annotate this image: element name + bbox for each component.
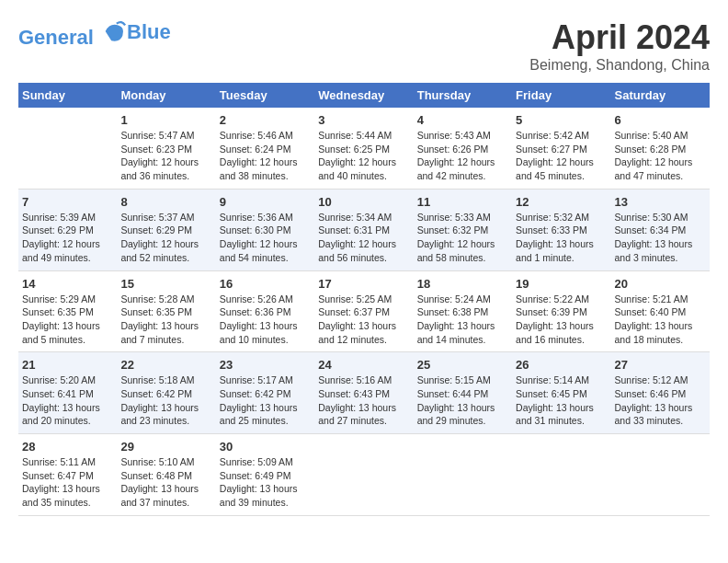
day-info: Sunrise: 5:25 AMSunset: 6:37 PMDaylight:… [318, 293, 409, 347]
calendar-cell: 25Sunrise: 5:15 AMSunset: 6:44 PMDayligh… [414, 352, 512, 434]
calendar-cell: 26Sunrise: 5:14 AMSunset: 6:45 PMDayligh… [512, 352, 610, 434]
day-number: 17 [318, 277, 409, 291]
day-number: 5 [516, 113, 607, 127]
calendar-cell [18, 108, 117, 189]
calendar-cell [611, 434, 710, 516]
day-number: 8 [120, 195, 211, 209]
day-info: Sunrise: 5:09 AMSunset: 6:49 PMDaylight:… [220, 455, 311, 510]
day-info: Sunrise: 5:29 AMSunset: 6:35 PMDaylight:… [22, 293, 113, 347]
calendar-cell: 17Sunrise: 5:25 AMSunset: 6:37 PMDayligh… [314, 270, 413, 352]
day-number: 3 [318, 113, 409, 127]
calendar-cell: 23Sunrise: 5:17 AMSunset: 6:42 PMDayligh… [216, 352, 314, 434]
calendar-cell: 14Sunrise: 5:29 AMSunset: 6:35 PMDayligh… [18, 270, 117, 352]
page-header: General Blue April 2024 Beimeng, Shandon… [18, 18, 710, 74]
calendar-cell: 9Sunrise: 5:36 AMSunset: 6:30 PMDaylight… [216, 189, 314, 270]
header-cell-saturday: Saturday [611, 83, 710, 108]
header-cell-monday: Monday [117, 83, 215, 108]
day-info: Sunrise: 5:43 AMSunset: 6:26 PMDaylight:… [417, 129, 508, 183]
calendar-cell: 12Sunrise: 5:32 AMSunset: 6:33 PMDayligh… [512, 189, 610, 270]
week-row-3: 14Sunrise: 5:29 AMSunset: 6:35 PMDayligh… [18, 270, 710, 352]
calendar-cell: 22Sunrise: 5:18 AMSunset: 6:42 PMDayligh… [117, 352, 215, 434]
calendar-cell: 21Sunrise: 5:20 AMSunset: 6:41 PMDayligh… [18, 352, 117, 434]
day-info: Sunrise: 5:15 AMSunset: 6:44 PMDaylight:… [417, 373, 508, 428]
calendar-cell: 1Sunrise: 5:47 AMSunset: 6:23 PMDaylight… [117, 108, 215, 189]
day-info: Sunrise: 5:34 AMSunset: 6:31 PMDaylight:… [318, 211, 409, 265]
week-row-1: 1Sunrise: 5:47 AMSunset: 6:23 PMDaylight… [18, 108, 710, 189]
day-info: Sunrise: 5:22 AMSunset: 6:39 PMDaylight:… [516, 293, 607, 347]
day-number: 12 [516, 195, 607, 209]
header-cell-sunday: Sunday [18, 83, 117, 108]
calendar-cell: 24Sunrise: 5:16 AMSunset: 6:43 PMDayligh… [314, 352, 413, 434]
day-info: Sunrise: 5:24 AMSunset: 6:38 PMDaylight:… [417, 293, 508, 347]
day-number: 1 [120, 113, 211, 127]
day-number: 6 [615, 113, 706, 127]
calendar-cell: 7Sunrise: 5:39 AMSunset: 6:29 PMDaylight… [18, 189, 117, 270]
day-info: Sunrise: 5:30 AMSunset: 6:34 PMDaylight:… [615, 211, 706, 265]
day-number: 21 [22, 358, 113, 372]
week-row-5: 28Sunrise: 5:11 AMSunset: 6:47 PMDayligh… [18, 434, 710, 516]
day-info: Sunrise: 5:46 AMSunset: 6:24 PMDaylight:… [220, 129, 311, 183]
day-number: 2 [220, 113, 311, 127]
header-cell-tuesday: Tuesday [216, 83, 314, 108]
day-info: Sunrise: 5:21 AMSunset: 6:40 PMDaylight:… [615, 293, 706, 347]
calendar-cell: 6Sunrise: 5:40 AMSunset: 6:28 PMDaylight… [611, 108, 710, 189]
header-row: SundayMondayTuesdayWednesdayThursdayFrid… [18, 83, 710, 108]
calendar-cell: 16Sunrise: 5:26 AMSunset: 6:36 PMDayligh… [216, 270, 314, 352]
day-number: 27 [615, 358, 706, 372]
calendar-table: SundayMondayTuesdayWednesdayThursdayFrid… [18, 83, 710, 516]
day-info: Sunrise: 5:20 AMSunset: 6:41 PMDaylight:… [22, 373, 113, 428]
day-number: 16 [220, 277, 311, 291]
calendar-cell: 10Sunrise: 5:34 AMSunset: 6:31 PMDayligh… [314, 189, 413, 270]
calendar-cell: 18Sunrise: 5:24 AMSunset: 6:38 PMDayligh… [414, 270, 512, 352]
calendar-cell: 2Sunrise: 5:46 AMSunset: 6:24 PMDaylight… [216, 108, 314, 189]
day-info: Sunrise: 5:18 AMSunset: 6:42 PMDaylight:… [120, 373, 211, 428]
calendar-body: 1Sunrise: 5:47 AMSunset: 6:23 PMDaylight… [18, 108, 710, 515]
day-number: 10 [318, 195, 409, 209]
calendar-cell: 30Sunrise: 5:09 AMSunset: 6:49 PMDayligh… [216, 434, 314, 516]
calendar-cell: 20Sunrise: 5:21 AMSunset: 6:40 PMDayligh… [611, 270, 710, 352]
day-info: Sunrise: 5:26 AMSunset: 6:36 PMDaylight:… [220, 293, 311, 347]
subtitle: Beimeng, Shandong, China [529, 57, 710, 74]
calendar-cell: 27Sunrise: 5:12 AMSunset: 6:46 PMDayligh… [611, 352, 710, 434]
calendar-cell [414, 434, 512, 516]
calendar-cell: 29Sunrise: 5:10 AMSunset: 6:48 PMDayligh… [117, 434, 215, 516]
day-number: 25 [417, 358, 508, 372]
day-number: 18 [417, 277, 508, 291]
day-info: Sunrise: 5:47 AMSunset: 6:23 PMDaylight:… [120, 129, 211, 183]
day-number: 29 [120, 440, 211, 454]
day-info: Sunrise: 5:32 AMSunset: 6:33 PMDaylight:… [516, 211, 607, 265]
day-number: 24 [318, 358, 409, 372]
calendar-cell: 19Sunrise: 5:22 AMSunset: 6:39 PMDayligh… [512, 270, 610, 352]
day-info: Sunrise: 5:42 AMSunset: 6:27 PMDaylight:… [516, 129, 607, 183]
calendar-cell: 4Sunrise: 5:43 AMSunset: 6:26 PMDaylight… [414, 108, 512, 189]
day-info: Sunrise: 5:40 AMSunset: 6:28 PMDaylight:… [615, 129, 706, 183]
day-info: Sunrise: 5:44 AMSunset: 6:25 PMDaylight:… [318, 129, 409, 183]
day-number: 9 [220, 195, 311, 209]
day-info: Sunrise: 5:17 AMSunset: 6:42 PMDaylight:… [220, 373, 311, 428]
calendar-header: SundayMondayTuesdayWednesdayThursdayFrid… [18, 83, 710, 108]
day-number: 23 [220, 358, 311, 372]
calendar-cell [314, 434, 413, 516]
day-number: 4 [417, 113, 508, 127]
day-number: 14 [22, 277, 113, 291]
logo: General Blue [18, 18, 171, 49]
day-number: 22 [120, 358, 211, 372]
day-info: Sunrise: 5:10 AMSunset: 6:48 PMDaylight:… [120, 455, 211, 510]
week-row-2: 7Sunrise: 5:39 AMSunset: 6:29 PMDaylight… [18, 189, 710, 270]
day-number: 7 [22, 195, 113, 209]
day-info: Sunrise: 5:36 AMSunset: 6:30 PMDaylight:… [220, 211, 311, 265]
day-info: Sunrise: 5:11 AMSunset: 6:47 PMDaylight:… [22, 455, 113, 510]
day-number: 11 [417, 195, 508, 209]
day-number: 13 [615, 195, 706, 209]
calendar-cell: 11Sunrise: 5:33 AMSunset: 6:32 PMDayligh… [414, 189, 512, 270]
day-info: Sunrise: 5:16 AMSunset: 6:43 PMDaylight:… [318, 373, 409, 428]
main-title: April 2024 [529, 18, 710, 57]
day-info: Sunrise: 5:14 AMSunset: 6:45 PMDaylight:… [516, 373, 607, 428]
calendar-cell: 13Sunrise: 5:30 AMSunset: 6:34 PMDayligh… [611, 189, 710, 270]
calendar-cell [512, 434, 610, 516]
day-number: 19 [516, 277, 607, 291]
day-info: Sunrise: 5:37 AMSunset: 6:29 PMDaylight:… [120, 211, 211, 265]
header-cell-friday: Friday [512, 83, 610, 108]
day-info: Sunrise: 5:28 AMSunset: 6:35 PMDaylight:… [120, 293, 211, 347]
logo-icon [101, 18, 127, 44]
